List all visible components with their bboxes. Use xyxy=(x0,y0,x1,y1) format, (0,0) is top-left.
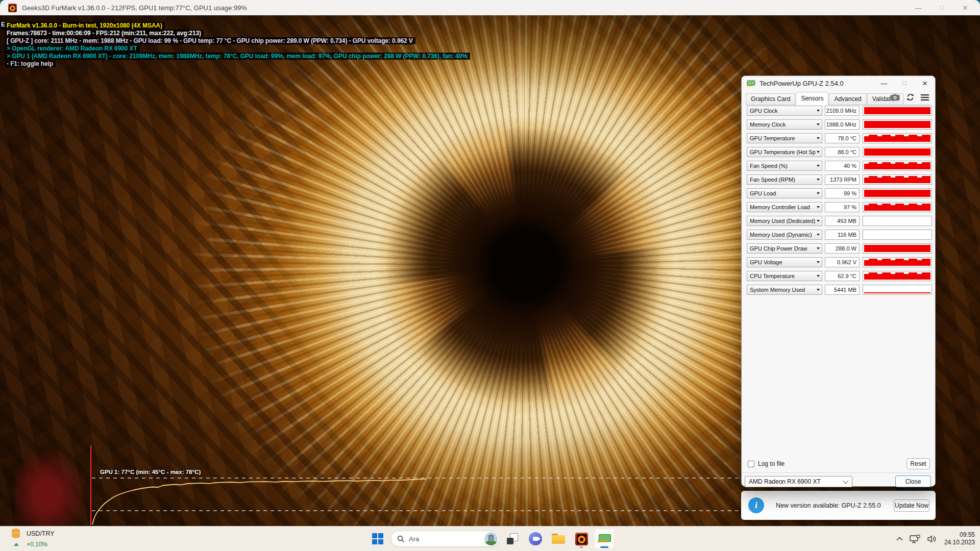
sensor-row: GPU Temperature (Hot Spot) 88.0 °C xyxy=(747,147,933,157)
chevron-down-icon xyxy=(817,234,820,236)
overlay-line: [ GPU-Z ] core: 2111 MHz - mem: 1988 MHz… xyxy=(5,37,415,44)
gpuz-window: TechPowerUp GPU-Z 2.54.0 — ☐ ✕ Graphics … xyxy=(741,76,936,487)
gpu-select-dropdown[interactable]: AMD Radeon RX 6900 XT xyxy=(745,476,852,487)
chevron-down-icon xyxy=(817,179,820,181)
log-to-file-label: Log to file xyxy=(758,460,785,467)
sensor-select[interactable]: Fan Speed (RPM) xyxy=(747,174,822,185)
menu-hamburger-icon[interactable] xyxy=(921,94,929,101)
sensor-select[interactable]: CPU Temperature xyxy=(747,271,822,281)
chevron-down-icon xyxy=(817,220,820,222)
refresh-icon[interactable] xyxy=(906,93,914,101)
minimize-button[interactable]: — xyxy=(906,0,930,15)
tab-advanced[interactable]: Advanced xyxy=(829,93,866,105)
sensor-row: System Memory Used 5441 MB xyxy=(747,285,933,295)
chevron-down-icon xyxy=(817,261,820,263)
sensor-label: GPU Chip Power Draw xyxy=(750,245,816,252)
active-indicator xyxy=(600,546,608,548)
overlay-line: FurMark v1.36.0.0 - Burn-in test, 1920x1… xyxy=(5,22,165,29)
sensor-select[interactable]: System Memory Used xyxy=(747,285,822,295)
tray-time: 09:55 xyxy=(944,531,975,539)
speaker-volume-icon[interactable] xyxy=(927,535,938,543)
update-now-button[interactable]: Update Now xyxy=(894,499,929,512)
system-tray: 09:55 24.10.2023 xyxy=(896,527,975,551)
gpuz-minimize-button[interactable]: — xyxy=(874,76,894,90)
furmark-flame-icon xyxy=(575,533,588,545)
gpu-temp-graph-label: GPU 1: 77°C (min: 45°C - max: 78°C) xyxy=(100,469,201,475)
file-explorer-button[interactable] xyxy=(548,529,569,549)
close-gpuz-button[interactable]: Close xyxy=(895,475,931,487)
sensor-value: 116 MB xyxy=(825,230,860,240)
sensor-graph xyxy=(863,271,932,281)
sensor-graph xyxy=(863,257,932,267)
sensor-value: 0.962 V xyxy=(825,257,860,267)
sensor-graph xyxy=(863,285,932,295)
windows-logo-icon xyxy=(372,533,383,544)
start-button[interactable] xyxy=(368,529,388,549)
sensor-row: GPU Voltage 0.962 V xyxy=(747,257,933,267)
sensor-row: GPU Chip Power Draw 288.0 W xyxy=(747,243,933,254)
sensor-select[interactable]: GPU Temperature xyxy=(747,133,822,143)
sensor-graph xyxy=(863,119,932,130)
sensor-row: Memory Clock 1988.0 MHz xyxy=(747,119,933,130)
sensor-select[interactable]: Fan Speed (%) xyxy=(747,161,822,171)
running-indicator xyxy=(580,546,583,548)
tab-sensors[interactable]: Sensors xyxy=(796,92,828,105)
sensor-row: Memory Controller Load 97 % xyxy=(747,202,933,212)
close-button[interactable]: ✕ xyxy=(953,0,977,15)
sensor-select[interactable]: GPU Load xyxy=(747,188,822,198)
sensor-label: GPU Voltage xyxy=(750,259,816,265)
sensor-row: Fan Speed (RPM) 1373 RPM xyxy=(747,174,933,185)
sensor-select[interactable]: Memory Used (Dedicated) xyxy=(747,216,822,226)
sensor-value: 78.0 °C xyxy=(825,133,860,143)
tab-graphics-card[interactable]: Graphics Card xyxy=(746,93,795,105)
network-ethernet-icon[interactable] xyxy=(910,535,921,543)
sensor-value: 1988.0 MHz xyxy=(825,119,860,130)
sensor-value: 453 MB xyxy=(825,216,860,226)
tray-date: 24.10.2023 xyxy=(944,539,975,546)
sensor-select[interactable]: GPU Voltage xyxy=(747,257,822,267)
gpuz-maximize-button[interactable]: ☐ xyxy=(894,76,915,90)
sensor-value: 88.0 °C xyxy=(825,147,860,157)
sensor-select[interactable]: Memory Controller Load xyxy=(747,202,822,212)
gpuz-card-icon xyxy=(598,534,611,543)
sensor-select[interactable]: GPU Temperature (Hot Spot) xyxy=(747,147,822,157)
taskbar: USD/TRY +0.10% Ara xyxy=(0,526,980,551)
chevron-down-icon xyxy=(817,165,820,167)
chevron-down-icon xyxy=(817,206,820,208)
chat-button[interactable] xyxy=(525,529,546,549)
reset-button[interactable]: Reset xyxy=(906,458,930,469)
sensor-label: System Memory Used xyxy=(750,287,816,293)
widgets-button[interactable]: USD/TRY +0.10% xyxy=(6,528,59,549)
sensor-row: GPU Temperature 78.0 °C xyxy=(747,133,933,143)
sensor-row: Memory Used (Dedicated) 453 MB xyxy=(747,216,933,226)
maximize-button[interactable]: ☐ xyxy=(930,0,953,15)
furmark-titlebar: Geeks3D FurMark v1.36.0.0 - 212FPS, GPU1… xyxy=(0,0,980,15)
sensor-graph xyxy=(863,188,932,198)
tray-clock[interactable]: 09:55 24.10.2023 xyxy=(944,531,975,546)
chevron-down-icon xyxy=(817,110,820,112)
sensor-value: 288.0 W xyxy=(825,243,860,254)
task-view-button[interactable] xyxy=(502,529,523,549)
sensor-select[interactable]: Memory Clock xyxy=(747,119,822,130)
sensor-row: CPU Temperature 62.9 °C xyxy=(747,271,933,281)
sensor-select[interactable]: GPU Chip Power Draw xyxy=(747,243,822,254)
log-to-file-checkbox[interactable] xyxy=(748,461,754,467)
screenshot-camera-icon[interactable] xyxy=(890,94,900,101)
sensor-select[interactable]: GPU Clock xyxy=(747,106,822,116)
sensor-row: Memory Used (Dynamic) 116 MB xyxy=(747,230,933,240)
furmark-app-icon xyxy=(8,4,17,12)
temp-curve xyxy=(92,479,427,524)
gpuz-taskbar-button[interactable] xyxy=(594,529,615,549)
sensor-graph xyxy=(863,216,932,226)
sensor-select[interactable]: Memory Used (Dynamic) xyxy=(747,230,822,240)
tray-chevron-up-icon[interactable] xyxy=(896,537,903,541)
screen: Geeks3D FurMark v1.36.0.0 - 212FPS, GPU1… xyxy=(0,0,980,551)
search-box[interactable]: Ara xyxy=(390,531,500,547)
chevron-down-icon xyxy=(817,275,820,277)
search-daily-image[interactable] xyxy=(484,532,498,545)
footer-divider xyxy=(742,472,935,473)
gpuz-titlebar: TechPowerUp GPU-Z 2.54.0 — ☐ ✕ xyxy=(742,76,935,90)
coins-icon xyxy=(10,529,21,539)
gpuz-close-button[interactable]: ✕ xyxy=(915,76,935,90)
furmark-taskbar-button[interactable] xyxy=(571,529,592,549)
